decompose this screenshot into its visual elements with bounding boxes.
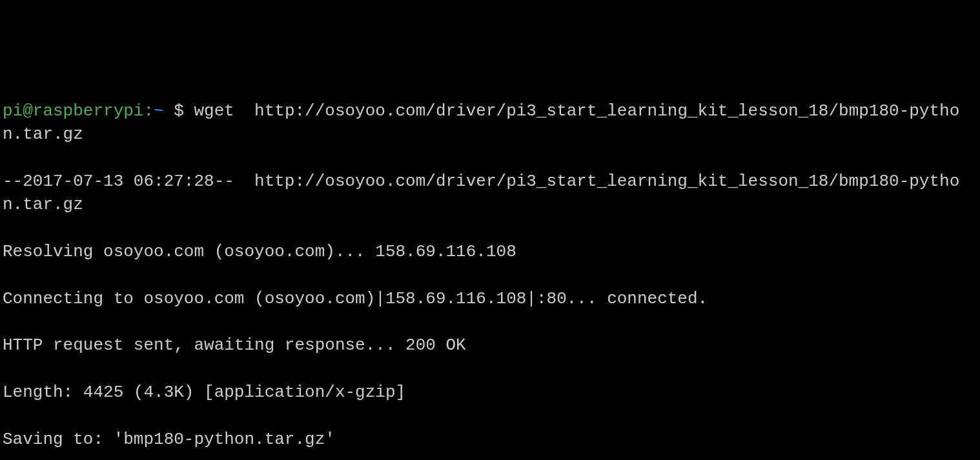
output-line: Length: 4425 (4.3K) [application/x-gzip] [3,381,977,404]
terminal-line-prompt-1[interactable]: pi@raspberrypi:~ $ wget http://osoyoo.co… [3,99,977,146]
prompt-sep: : [143,101,154,121]
prompt-user: pi@raspberrypi [3,101,143,121]
prompt-dollar: $ [164,101,194,121]
prompt-path: ~ [154,101,164,121]
output-line: Saving to: 'bmp180-python.tar.gz' [3,428,977,451]
output-line: Resolving osoyoo.com (osoyoo.com)... 158… [3,240,977,263]
output-line: --2017-07-13 06:27:28-- http://osoyoo.co… [3,170,977,217]
output-line: Connecting to osoyoo.com (osoyoo.com)|15… [3,287,977,310]
output-line: HTTP request sent, awaiting response... … [3,334,977,357]
